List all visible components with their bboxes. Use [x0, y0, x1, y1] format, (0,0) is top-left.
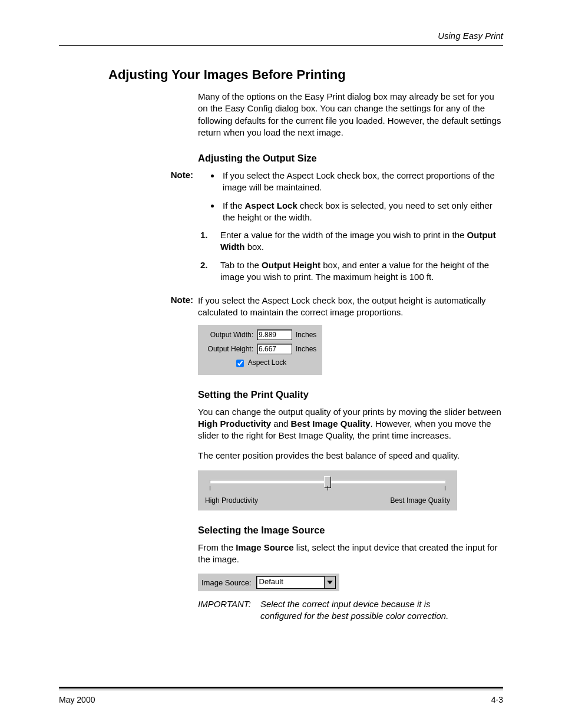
footer-page-number: 4-3 [491, 695, 503, 704]
footer-date: May 2000 [59, 695, 95, 704]
chevron-down-icon [327, 581, 333, 584]
output-height-row: Output Height: Inches [204, 344, 316, 354]
quality-paragraph-2: The center position provides the best ba… [198, 450, 503, 462]
slider-tick-center [328, 486, 328, 490]
page: Using Easy Print Adjusting Your Images B… [0, 0, 562, 728]
important-note: IMPORTANT: Select the correct input devi… [198, 598, 503, 622]
image-source-label: Image Source: [201, 578, 252, 587]
important-body: Select the correct input device because … [260, 598, 449, 622]
heading-output-size: Adjusting the Output Size [198, 153, 503, 164]
output-height-input[interactable] [257, 344, 292, 354]
output-width-unit: Inches [296, 331, 316, 339]
output-width-row: Output Width: Inches [204, 330, 316, 340]
note-label: Note: [108, 170, 198, 180]
running-head: Using Easy Print [59, 31, 503, 41]
page-title: Adjusting Your Images Before Printing [108, 67, 503, 83]
heading-image-source: Selecting the Image Source [198, 525, 503, 536]
aspect-lock-checkbox[interactable] [236, 360, 244, 367]
step-2: Tab to the Output Height box, and enter … [198, 259, 503, 284]
quality-paragraph-1: You can change the output quality of you… [198, 406, 503, 442]
output-height-unit: Inches [296, 345, 316, 353]
aspect-lock-row: Aspect Lock [204, 358, 316, 369]
step-1: Enter a value for the width of the image… [198, 229, 503, 253]
output-width-input[interactable] [257, 330, 292, 340]
slider-label-left: High Productivity [205, 496, 258, 505]
bullet-aspect-lock: If the Aspect Lock check box is selected… [220, 200, 503, 224]
footer-rule-thick [59, 687, 503, 689]
note-body: If you select the Aspect Lock check box,… [198, 170, 503, 289]
output-size-panel: Output Width: Inches Output Height: Inch… [198, 325, 322, 375]
note-label-2: Note: [108, 295, 198, 305]
footer: May 2000 4-3 [59, 687, 503, 704]
quality-slider[interactable] [210, 476, 445, 493]
slider-tick-right [445, 486, 445, 490]
bullet-aspect-proportions: If you select the Aspect Lock check box,… [220, 170, 503, 194]
note-row-1: Note: If you select the Aspect Lock chec… [108, 170, 503, 289]
slider-tick-left [210, 486, 210, 490]
content-area: Adjusting Your Images Before Printing Ma… [59, 46, 503, 687]
quality-slider-panel: High Productivity Best Image Quality [198, 470, 457, 510]
image-source-dropdown[interactable]: Default [256, 576, 336, 589]
note-row-2: Note: If you select the Aspect Lock chec… [108, 295, 503, 319]
image-source-panel: Image Source: Default [198, 574, 339, 591]
note-body-2: If you select the Aspect Lock check box,… [198, 295, 503, 319]
slider-label-right: Best Image Quality [391, 496, 450, 505]
aspect-lock-label: Aspect Lock [248, 358, 286, 367]
source-paragraph: From the Image Source list, select the i… [198, 542, 503, 566]
output-height-label: Output Height: [204, 345, 253, 353]
output-width-label: Output Width: [204, 331, 253, 339]
dropdown-button[interactable] [324, 577, 335, 588]
svg-marker-0 [327, 581, 333, 584]
intro-paragraph: Many of the options on the Easy Print di… [198, 91, 503, 139]
heading-print-quality: Setting the Print Quality [198, 389, 503, 400]
image-source-value: Default [257, 577, 324, 588]
important-label: IMPORTANT: [198, 598, 251, 622]
aspect-lock-control[interactable]: Aspect Lock [234, 358, 286, 367]
